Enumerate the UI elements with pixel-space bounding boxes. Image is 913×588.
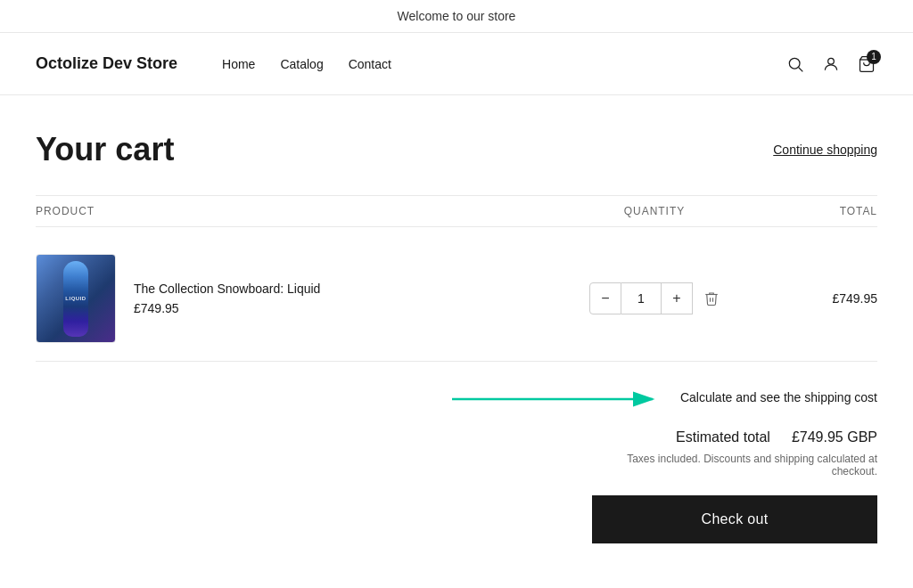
quantity-control: − 1 + — [565, 282, 744, 314]
col-quantity: QUANTITY — [565, 205, 744, 217]
search-icon[interactable] — [785, 53, 806, 75]
cart-badge: 1 — [867, 50, 881, 64]
cart-table-header: PRODUCT QUANTITY TOTAL — [36, 195, 877, 227]
cart-title: Your cart — [36, 131, 174, 168]
svg-line-1 — [799, 67, 803, 71]
nav-home[interactable]: Home — [222, 57, 255, 71]
quantity-increase-button[interactable]: + — [661, 282, 693, 314]
item-total-price: £749.95 — [744, 291, 877, 306]
snowboard-graphic — [63, 261, 88, 337]
svg-point-2 — [828, 58, 835, 64]
main-nav: Home Catalog Contact — [222, 57, 785, 71]
quantity-display: 1 — [621, 282, 661, 314]
estimated-total-row: Estimated total £749.95 GBP — [676, 429, 877, 445]
announcement-bar: Welcome to our store — [0, 0, 913, 33]
cart-summary: Calculate and see the shipping cost Esti… — [36, 380, 877, 543]
remove-item-button[interactable] — [703, 290, 720, 306]
product-info: The Collection Snowboard: Liquid £749.95 — [36, 254, 565, 343]
table-row: The Collection Snowboard: Liquid £749.95… — [36, 236, 877, 362]
quantity-decrease-button[interactable]: − — [589, 282, 621, 314]
header-icons: 1 — [785, 53, 877, 75]
svg-point-0 — [789, 58, 800, 69]
checkout-button[interactable]: Check out — [592, 495, 877, 543]
product-name: The Collection Snowboard: Liquid — [134, 282, 320, 296]
nav-catalog[interactable]: Catalog — [280, 57, 323, 71]
estimated-total-label: Estimated total — [676, 429, 770, 445]
tax-note: Taxes included. Discounts and shipping c… — [592, 453, 877, 478]
cart-icon[interactable]: 1 — [856, 53, 877, 75]
announcement-text: Welcome to our store — [398, 9, 516, 23]
product-unit-price: £749.95 — [134, 301, 320, 315]
teal-arrow — [452, 380, 666, 415]
continue-shopping-link[interactable]: Continue shopping — [773, 143, 877, 157]
col-total: TOTAL — [744, 205, 877, 217]
product-image — [36, 254, 116, 343]
cart-header: Your cart Continue shopping — [36, 131, 877, 168]
shipping-row: Calculate and see the shipping cost — [36, 380, 877, 415]
account-icon[interactable] — [820, 53, 842, 75]
arrow-container — [452, 380, 666, 415]
site-logo[interactable]: Octolize Dev Store — [36, 54, 177, 73]
main-content: Your cart Continue shopping PRODUCT QUAN… — [0, 95, 913, 588]
nav-contact[interactable]: Contact — [349, 57, 391, 71]
estimated-total-amount: £749.95 GBP — [792, 429, 877, 445]
shipping-calculator-link[interactable]: Calculate and see the shipping cost — [680, 390, 877, 404]
header: Octolize Dev Store Home Catalog Contact … — [0, 33, 913, 95]
product-details: The Collection Snowboard: Liquid £749.95 — [134, 282, 320, 315]
col-product: PRODUCT — [36, 205, 565, 217]
